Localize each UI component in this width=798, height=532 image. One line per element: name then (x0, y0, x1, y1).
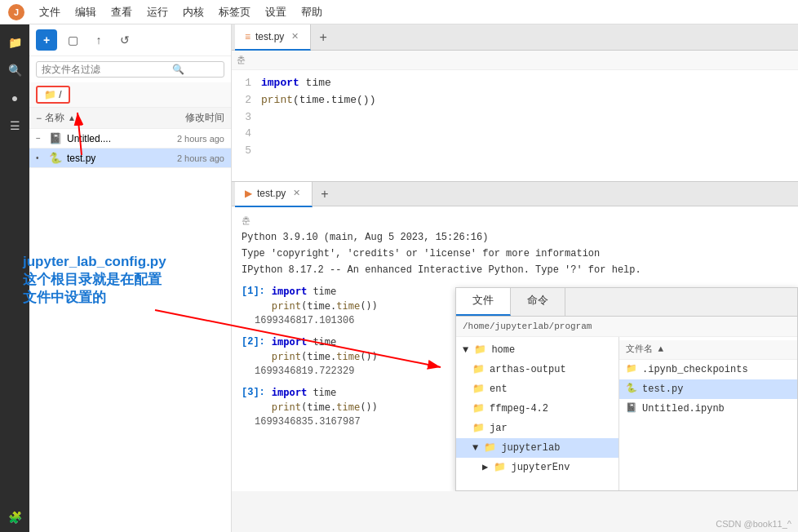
file-panel: + ▢ ↑ ↺ 🔍 📁 / − 名称 ▲ (29, 24, 232, 532)
output-tab-bar: ▶ test.py ✕ + (232, 182, 798, 206)
folder-icon-checkpoints: 📁 (626, 362, 637, 376)
overlay-file-testpy[interactable]: 🐍 test.py (619, 379, 797, 399)
cell-3-code: import time print(time.time()) (272, 385, 378, 415)
output-tab-testpy[interactable]: ▶ test.py ✕ (235, 181, 313, 207)
search-icon: 🔍 (172, 64, 184, 75)
tree-jupyterenv[interactable]: ▶ 📁 jupyterEnv (456, 458, 618, 477)
file-item-untitled[interactable]: − 📓 Untitled.... 2 hours ago (29, 129, 231, 149)
folder-open-icon: ▼ 📁 (463, 343, 486, 357)
circle-icon-btn[interactable]: ● (3, 86, 26, 109)
code-editor[interactable]: 12345 import time print(time.time()) (232, 70, 798, 165)
notebook-icon: 📓 (49, 132, 62, 144)
file-name-testpy: test.py (67, 153, 151, 164)
folder-icon-jupyterenv: ▶ 📁 (482, 460, 506, 475)
tree-home[interactable]: ▼ 📁 home (456, 340, 618, 360)
tab-testpy[interactable]: ≡ test.py ✕ (235, 24, 311, 51)
expand-icon: − (36, 134, 49, 143)
tab-add-editor[interactable]: + (311, 24, 335, 51)
overlay-path: /home/jupyterlab/program (456, 317, 797, 338)
search-input[interactable] (42, 64, 172, 75)
editor-gutter: 춘 (232, 51, 798, 70)
refresh-button[interactable]: ↺ (114, 29, 135, 51)
editor-tab-bar: ≡ test.py ✕ + (232, 24, 798, 51)
notebook-icon-untitled: 📓 (626, 401, 637, 415)
tree-ent-label: ent (490, 382, 508, 397)
upload-button[interactable]: ↑ (88, 29, 109, 51)
folder-icon-ffmpeg: 📁 (472, 401, 485, 416)
line-numbers: 12345 (232, 75, 261, 160)
expand-icon-2: • (36, 153, 49, 162)
overlay-tab-files[interactable]: 文件 (456, 288, 511, 316)
tree-jupyterenv-label: jupyterEnv (511, 460, 570, 475)
col-name-label[interactable]: 名称 (45, 111, 64, 125)
expand-toggle: − (36, 113, 42, 124)
python-icon: 🐍 (49, 152, 62, 164)
menu-file[interactable]: 文件 (33, 3, 67, 21)
tree-jar-label: jar (490, 421, 508, 436)
overlay-body: ▼ 📁 home 📁 arthas-output 📁 ent (456, 337, 797, 490)
tree-home-label: home (491, 343, 515, 357)
col-modified-label: 修改时间 (151, 111, 224, 125)
file-name-untitled: Untitled.... (67, 133, 151, 144)
tree-ffmpeg[interactable]: 📁 ffmpeg-4.2 (456, 399, 618, 419)
output-content: 춘 Python 3.9.10 (main, Aug 5 2023, 15:26… (232, 206, 798, 491)
new-folder-button[interactable]: ▢ (62, 29, 83, 51)
tab-label-testpy: test.py (255, 31, 284, 42)
output-tab-close[interactable]: ✕ (290, 188, 302, 199)
editor-content: 춘 12345 import time print(time.time()) (232, 51, 798, 181)
overlay-file-checkpoints[interactable]: 📁 .ipynb_checkpoints (619, 360, 797, 379)
menu-run[interactable]: 运行 (140, 3, 175, 21)
menu-kernel[interactable]: 内核 (176, 3, 211, 21)
menu-view[interactable]: 查看 (104, 3, 139, 21)
tree-ent[interactable]: 📁 ent (456, 379, 618, 399)
tab-close-testpy[interactable]: ✕ (289, 31, 300, 42)
tree-arthas[interactable]: 📁 arthas-output (456, 360, 618, 379)
sort-icon: ▲ (68, 113, 76, 122)
output-tab-add[interactable]: + (313, 181, 336, 207)
tree-jar[interactable]: 📁 jar (456, 419, 618, 438)
folder-open-icon-jupyterlab: ▼ 📁 (472, 441, 496, 455)
output-panel: ▶ test.py ✕ + 춘 Python 3.9.10 (main, Aug… (232, 181, 798, 491)
root-path-display: 📁 / (36, 86, 70, 104)
file-list-header: − 名称 ▲ 修改时间 (29, 108, 231, 129)
menu-edit[interactable]: 编辑 (69, 3, 103, 21)
code-lines: import time print(time.time()) (261, 75, 798, 160)
root-path-text: / (59, 89, 61, 100)
overlay-file-untitled[interactable]: 📓 Untitled.ipynb (619, 399, 797, 419)
output-tab-label: test.py (257, 188, 286, 199)
tree-arthas-label: arthas-output (490, 362, 566, 377)
icon-bar: 📁 🔍 ● ☰ 🧩 ⚙ (0, 24, 29, 532)
menu-tabs[interactable]: 标签页 (212, 3, 257, 21)
tree-ffmpeg-label: ffmpeg-4.2 (490, 401, 548, 416)
puzzle-icon-btn[interactable]: 🧩 (3, 506, 26, 529)
file-item-testpy[interactable]: • 🐍 test.py 2 hours ago (29, 149, 231, 168)
menu-settings[interactable]: 设置 (259, 3, 293, 21)
cell-1-prompt: [1]: (242, 284, 265, 313)
output-gutter: 춘 (242, 213, 788, 230)
file-name-checkpoints: .ipynb_checkpoints (642, 362, 748, 377)
tab-icon-testpy: ≡ (245, 31, 250, 42)
overlay-tree: ▼ 📁 home 📁 arthas-output 📁 ent (456, 337, 619, 490)
overlay-file-header: 文件名 ▲ (619, 340, 797, 360)
new-file-button[interactable]: + (36, 29, 57, 51)
file-toolbar: + ▢ ↑ ↺ (29, 24, 231, 56)
python-version: Python 3.9.10 (main, Aug 5 2023, 15:26:1… (242, 230, 788, 245)
search-icon-btn[interactable]: 🔍 (3, 59, 26, 82)
overlay-tab-commands[interactable]: 命令 (511, 288, 565, 316)
editor-area: ≡ test.py ✕ + 춘 12345 import time print(… (232, 24, 798, 532)
tree-jupyterlab[interactable]: ▼ 📁 jupyterlab (456, 438, 618, 458)
file-list: − 📓 Untitled.... 2 hours ago • 🐍 test.py… (29, 129, 231, 532)
menu-help[interactable]: 帮助 (295, 3, 329, 21)
app-logo: J (8, 4, 24, 20)
menu-bar: J 文件 编辑 查看 运行 内核 标签页 设置 帮助 (0, 0, 798, 24)
search-box[interactable]: 🔍 (36, 61, 224, 78)
file-time-testpy: 2 hours ago (151, 153, 224, 163)
folder-icon-btn[interactable]: 📁 (3, 31, 26, 54)
file-name-testpy-overlay: test.py (642, 382, 683, 397)
list-icon-btn[interactable]: ☰ (3, 114, 26, 137)
file-browser-overlay: 文件 命令 /home/jupyterlab/program ▼ 📁 home (455, 287, 798, 491)
python-info2: IPython 8.17.2 -- An enhanced Interactiv… (242, 263, 788, 277)
cell-3-prompt: [3]: (242, 385, 265, 415)
root-path-bar: 📁 / (29, 82, 231, 108)
cell-2-prompt: [2]: (242, 335, 265, 364)
